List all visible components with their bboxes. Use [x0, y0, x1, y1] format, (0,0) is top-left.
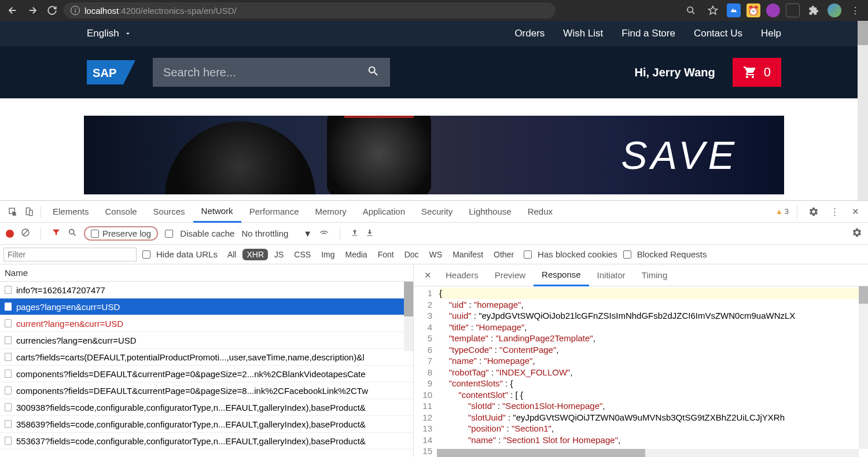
request-name: carts?fields=carts(DEFAULT,potentialProd… [16, 352, 365, 362]
extension-icon[interactable]: ⏰ [746, 3, 760, 17]
bookmark-star-icon[interactable] [705, 2, 721, 19]
code-h-scrollbar[interactable] [437, 449, 859, 457]
record-button[interactable] [6, 230, 14, 238]
request-row[interactable]: 553637?fields=code,configurable,configur… [0, 433, 413, 449]
menu-icon[interactable]: ⋮ [847, 2, 863, 19]
sap-logo[interactable]: SAP [87, 60, 135, 84]
network-settings-icon[interactable] [852, 227, 862, 239]
name-column-header[interactable]: Name [0, 264, 413, 282]
search-button[interactable] [367, 65, 380, 80]
devtools-tab-application[interactable]: Application [355, 201, 413, 223]
search-input[interactable] [163, 66, 367, 79]
cart-icon [743, 65, 757, 79]
devtools-tab-console[interactable]: Console [97, 201, 145, 223]
language-selector[interactable]: English [87, 28, 132, 39]
filter-type-ws[interactable]: WS [425, 249, 447, 260]
filter-input[interactable] [3, 248, 137, 261]
page-viewport: English OrdersWish ListFind a StoreConta… [0, 21, 868, 200]
request-row[interactable]: currencies?lang=en&curr=USD [0, 332, 413, 349]
network-filter-bar: Hide data URLs AllXHRJSCSSImgMediaFontDo… [0, 245, 868, 264]
filter-type-img[interactable]: Img [317, 249, 339, 260]
code-v-scrollbar[interactable] [859, 286, 868, 449]
devtools-tab-memory[interactable]: Memory [307, 201, 355, 223]
top-link[interactable]: Help [761, 28, 781, 39]
request-name: pages?lang=en&curr=USD [16, 302, 120, 312]
address-bar[interactable]: i localhost:4200/electronics-spa/en/USD/ [64, 2, 556, 19]
devtools-tab-redux[interactable]: Redux [520, 201, 561, 223]
request-row[interactable]: components?fields=DEFAULT&currentPage=0&… [0, 366, 413, 382]
top-link[interactable]: Find a Store [621, 28, 675, 39]
close-panel-icon[interactable]: ✕ [418, 270, 437, 281]
main-header: SAP Hi, Jerry Wang 0 [0, 46, 868, 98]
page-scrollbar[interactable] [858, 21, 868, 200]
upload-har-icon[interactable] [351, 228, 359, 238]
clear-button[interactable] [21, 228, 30, 239]
download-har-icon[interactable] [366, 228, 374, 238]
forward-button[interactable] [24, 2, 41, 19]
back-button[interactable] [5, 2, 21, 19]
request-name: components?fields=DEFAULT&currentPage=0&… [16, 369, 366, 379]
kebab-menu-icon[interactable]: ⋮ [826, 204, 843, 220]
request-name: 300938?fields=code,configurable,configur… [16, 403, 366, 412]
filter-type-js[interactable]: JS [270, 249, 288, 260]
hero-banner[interactable]: SAVE [84, 116, 784, 194]
extension-icon[interactable] [786, 3, 800, 17]
site-info-icon[interactable]: i [71, 6, 80, 15]
request-row[interactable]: pages?lang=en&curr=USD [0, 298, 413, 315]
extension-icon[interactable] [727, 3, 741, 17]
filter-toggle-icon[interactable] [52, 228, 61, 239]
throttling-select[interactable]: No throttling▼ [241, 228, 312, 238]
response-tab-initiator[interactable]: Initiator [589, 264, 634, 286]
request-row[interactable]: current?lang=en&curr=USD [0, 315, 413, 332]
response-tab-preview[interactable]: Preview [487, 264, 534, 286]
response-tab-response[interactable]: Response [534, 264, 589, 286]
request-row[interactable]: 300938?fields=code,configurable,configur… [0, 399, 413, 416]
disable-cache-checkbox[interactable] [165, 230, 173, 238]
top-link[interactable]: Wish List [563, 28, 603, 39]
warnings-badge[interactable]: ▲3 [775, 207, 789, 216]
cart-button[interactable]: 0 [733, 58, 781, 87]
preserve-log-checkbox[interactable]: Preserve log [84, 226, 158, 241]
file-icon [5, 286, 12, 294]
response-body[interactable]: 123456789101112131415 { "uid" : "homepag… [414, 286, 868, 457]
request-name: 553637?fields=code,configurable,configur… [16, 436, 366, 446]
search-icon[interactable] [68, 228, 77, 239]
top-link[interactable]: Contact Us [694, 28, 742, 39]
filter-type-font[interactable]: Font [374, 249, 398, 260]
filter-type-other[interactable]: Other [490, 249, 518, 260]
inspect-icon[interactable] [5, 204, 21, 220]
hide-urls-checkbox[interactable] [142, 250, 150, 259]
devtools-tab-security[interactable]: Security [413, 201, 461, 223]
settings-gear-icon[interactable] [806, 204, 822, 220]
zoom-icon[interactable] [683, 2, 699, 19]
devtools-tab-elements[interactable]: Elements [45, 201, 97, 223]
request-row[interactable]: info?t=1626147207477 [0, 282, 413, 298]
extension-icon[interactable] [766, 3, 780, 17]
device-toggle-icon[interactable] [21, 204, 37, 220]
extensions-puzzle-icon[interactable] [806, 2, 822, 19]
devtools-tab-sources[interactable]: Sources [145, 201, 193, 223]
filter-type-manifest[interactable]: Manifest [448, 249, 487, 260]
request-scrollbar[interactable] [404, 282, 413, 351]
devtools-tab-performance[interactable]: Performance [241, 201, 307, 223]
filter-type-media[interactable]: Media [341, 249, 372, 260]
blocked-requests-checkbox[interactable] [623, 250, 631, 259]
response-tab-timing[interactable]: Timing [634, 264, 675, 286]
response-tab-headers[interactable]: Headers [437, 264, 487, 286]
profile-avatar[interactable] [827, 3, 841, 17]
filter-type-doc[interactable]: Doc [400, 249, 423, 260]
close-devtools-icon[interactable]: ✕ [847, 204, 863, 220]
request-row[interactable]: components?fields=DEFAULT&currentPage=0&… [0, 382, 413, 399]
filter-type-xhr[interactable]: XHR [242, 249, 268, 260]
request-name: currencies?lang=en&curr=USD [16, 336, 137, 345]
devtools-tab-network[interactable]: Network [193, 201, 241, 223]
network-conditions-icon[interactable] [319, 227, 329, 239]
top-link[interactable]: Orders [514, 28, 545, 39]
filter-type-all[interactable]: All [223, 249, 241, 260]
reload-button[interactable] [44, 2, 60, 19]
filter-type-css[interactable]: CSS [290, 249, 315, 260]
request-row[interactable]: carts?fields=carts(DEFAULT,potentialProd… [0, 349, 413, 366]
request-row[interactable]: 358639?fields=code,configurable,configur… [0, 416, 413, 433]
blocked-cookies-checkbox[interactable] [524, 250, 532, 259]
devtools-tab-lighthouse[interactable]: Lighthouse [461, 201, 519, 223]
